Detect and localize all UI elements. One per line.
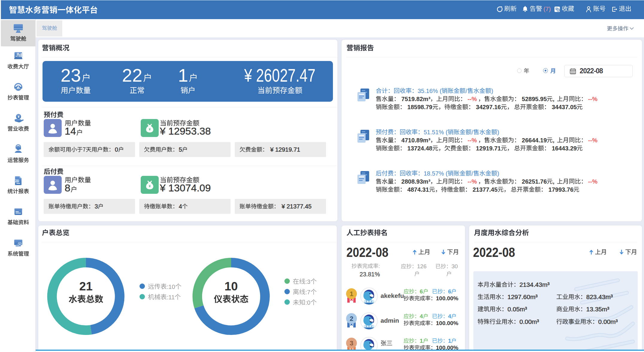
svg-text:¥: ¥ — [149, 184, 151, 188]
svg-text:1: 1 — [350, 290, 353, 298]
svg-text:XLS: XLS — [15, 180, 19, 182]
svg-text:2: 2 — [350, 315, 353, 322]
svg-text:¥: ¥ — [17, 115, 19, 118]
svg-text:3: 3 — [350, 339, 353, 347]
svg-text:¥: ¥ — [149, 127, 151, 131]
